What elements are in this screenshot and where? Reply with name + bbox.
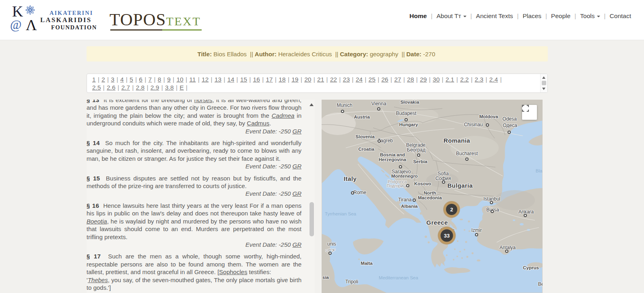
pagination-separator: |: [222, 76, 227, 83]
foundation-line-2: LASKARIDIS: [40, 16, 97, 24]
nav-about-t-[interactable]: About Tᴛ: [436, 12, 466, 19]
page-link-18[interactable]: 18: [279, 76, 285, 83]
pagination-separator: |: [96, 76, 101, 83]
banner-label: Date:: [407, 51, 423, 57]
page-link-14[interactable]: 14: [227, 76, 234, 83]
map-label: Austria: [354, 115, 370, 119]
page-link-15[interactable]: 15: [240, 76, 247, 83]
text-link[interactable]: Thebes: [88, 277, 108, 283]
page-link-19[interactable]: 19: [291, 76, 298, 83]
page-link-23[interactable]: 23: [343, 76, 350, 83]
map-city-dot: [351, 191, 354, 195]
page-link-30[interactable]: 30: [433, 76, 440, 83]
nav-people[interactable]: People: [551, 12, 570, 19]
text-link[interactable]: Sophocles: [219, 268, 247, 275]
page-link-2.2[interactable]: 2.2: [460, 76, 469, 83]
pagination-separator: |: [299, 76, 304, 83]
map-cluster-marker[interactable]: 2: [444, 201, 460, 217]
page-link-2[interactable]: 2: [101, 76, 105, 83]
scrollbar-thumb[interactable]: [542, 81, 546, 85]
event-gr-link[interactable]: GR: [293, 190, 302, 197]
page-link-2.8[interactable]: 2.8: [136, 84, 145, 91]
page-link-21[interactable]: 21: [317, 76, 324, 83]
page-link-2.5[interactable]: 2.5: [92, 84, 101, 91]
nav-contact[interactable]: Contact: [610, 12, 631, 19]
page-link-8[interactable]: 8: [158, 76, 161, 83]
page-link-2.7[interactable]: 2.7: [121, 84, 130, 91]
section-number: § 16: [87, 202, 99, 209]
event-date-text: Event Date: -250: [246, 163, 293, 170]
text-link[interactable]: horses: [194, 100, 213, 103]
page-link-13[interactable]: 13: [215, 76, 221, 83]
page-link-2.1[interactable]: 2.1: [446, 76, 454, 83]
pagination-separator: |: [376, 76, 381, 83]
map-label: Munich: [337, 102, 353, 108]
scroll-down-icon[interactable]: [542, 88, 545, 90]
page-link-5[interactable]: 5: [130, 76, 133, 83]
page-link-11[interactable]: 11: [189, 76, 196, 83]
page-link-1[interactable]: 1: [92, 76, 96, 83]
page-link-7[interactable]: 7: [149, 76, 152, 83]
event-gr-link[interactable]: GR: [293, 128, 302, 135]
page-link-E[interactable]: E: [180, 84, 184, 91]
page-link-26[interactable]: 26: [381, 76, 388, 83]
page-link-6[interactable]: 6: [139, 76, 142, 83]
pagination-separator: |: [145, 84, 150, 91]
map-label: Macedonia: [418, 195, 442, 200]
map-city-dot: [508, 131, 511, 134]
page-link-27[interactable]: 27: [394, 76, 401, 83]
pagination-separator: |: [260, 76, 266, 83]
pagination-row: 2.5 | 2.6 | 2.7 | 2.8 | 2.9 | 3.8 | E |: [92, 84, 535, 92]
page-link-2.3[interactable]: 2.3: [475, 76, 483, 83]
page-link-17[interactable]: 17: [266, 76, 272, 83]
map-label: Bucharest: [456, 151, 478, 156]
foundation-line-1: AIKATERINI: [40, 9, 97, 16]
page-link-4[interactable]: 4: [120, 76, 124, 83]
map-city-dot: [465, 158, 469, 161]
map-cluster-marker[interactable]: 33: [438, 227, 456, 244]
event-gr-link[interactable]: GR: [293, 163, 302, 170]
map-panel[interactable]: MunichViennaSlovakiaAustriaBudapestHunga…: [322, 100, 543, 293]
page-link-16[interactable]: 16: [253, 76, 260, 83]
text-link[interactable]: Cadmus: [247, 120, 269, 127]
pagination-scrollbar[interactable]: [540, 74, 547, 92]
event-gr-link[interactable]: GR: [293, 241, 302, 248]
fullscreen-button[interactable]: [522, 105, 537, 120]
page-link-28[interactable]: 28: [407, 76, 414, 83]
page-link-3.8[interactable]: 3.8: [165, 84, 174, 91]
text-scrollbar-thumb[interactable]: [310, 202, 314, 236]
text-link[interactable]: Boeotia: [87, 218, 107, 225]
page-link-12[interactable]: 12: [202, 76, 208, 83]
text-link[interactable]: Cadmea: [272, 112, 295, 119]
scroll-up-icon[interactable]: [542, 76, 545, 79]
page-link-24[interactable]: 24: [356, 76, 363, 83]
map-label: Tripoli: [345, 279, 358, 285]
work-banner: Title: Bios Ellados ||Author: Heracleide…: [87, 46, 548, 61]
nav-ancient-texts[interactable]: Ancient Texts: [476, 12, 513, 19]
page-link-9[interactable]: 9: [167, 76, 171, 83]
map-label: Izmir: [471, 227, 482, 233]
topostext-logo[interactable]: TOPOSTEXT: [109, 10, 201, 28]
event-date: Event Date: -250 GR: [87, 127, 301, 135]
nav-tools[interactable]: Tools: [580, 12, 600, 19]
page-link-3[interactable]: 3: [111, 76, 115, 83]
nav-home[interactable]: Home: [409, 12, 427, 19]
text-scroll-up-icon[interactable]: [310, 103, 314, 106]
page-link-25[interactable]: 25: [369, 76, 376, 83]
page-link-29[interactable]: 29: [420, 76, 427, 83]
map-label: Bosnia and: [380, 152, 405, 157]
page-link-2.6[interactable]: 2.6: [107, 84, 116, 91]
pagination-separator: |: [484, 76, 489, 83]
map-city-dot: [413, 199, 416, 202]
foundation-logo-lambda: Λ: [26, 16, 37, 34]
fullscreen-icon: [522, 105, 529, 112]
pagination-separator: |: [161, 76, 167, 83]
page-link-20[interactable]: 20: [304, 76, 311, 83]
map-city-dot: [524, 214, 527, 217]
nav-places[interactable]: Places: [523, 12, 542, 19]
map-label: unis: [327, 241, 336, 247]
page-link-10[interactable]: 10: [176, 76, 183, 83]
page-link-22[interactable]: 22: [330, 76, 337, 83]
page-link-2.4[interactable]: 2.4: [489, 76, 498, 83]
page-link-2.9[interactable]: 2.9: [151, 84, 159, 91]
